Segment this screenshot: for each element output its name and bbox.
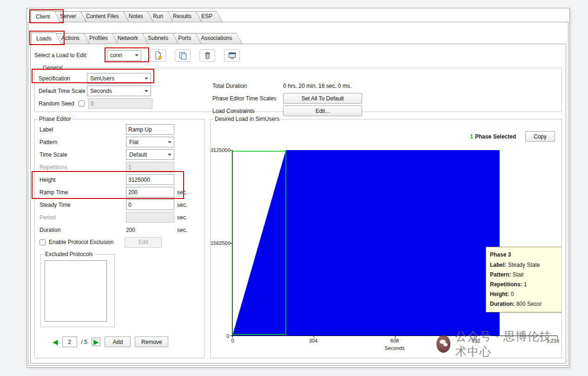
new-load-button[interactable] <box>150 49 166 62</box>
phase-selected-count: 1 <box>470 133 473 140</box>
avalanche-window: Client Server Content Files Notes Run Re… <box>26 8 570 368</box>
tab-ports-label: Ports <box>178 35 191 41</box>
total-duration-row: Total Duration 0 hrs. 20 min. 16 sec. 0 … <box>212 79 362 92</box>
watermark-text: 公众号 · 思博伦技术中心 <box>455 329 562 358</box>
time-scale-label: Default Time Scale <box>39 88 87 94</box>
load-select-value: conn <box>110 52 122 59</box>
tooltip-row: Label: Steady State <box>490 260 562 270</box>
specification-dropdown[interactable]: SimUsers <box>87 73 151 84</box>
desired-load-legend: Desired Load in SimUsers <box>213 116 281 122</box>
tooltip-title: Phase 3 <box>490 250 562 260</box>
steady-time-unit: sec. <box>177 202 187 208</box>
y-tick <box>230 243 232 244</box>
steady-time-row: Steady Time sec. <box>35 198 202 211</box>
protocol-exclusion-checkbox[interactable] <box>40 239 46 245</box>
load-select-dropdown[interactable]: conn <box>107 50 141 61</box>
x-axis-tick: 0 <box>231 338 234 343</box>
phase-time-scale-label: Time Scale <box>40 152 126 158</box>
tooltip-row: Repetitions: 1 <box>490 280 562 290</box>
height-label: Height <box>40 177 126 183</box>
phase-number-input[interactable] <box>62 336 77 347</box>
add-phase-button[interactable]: Add <box>105 336 131 347</box>
phase-selected-text: Phase Selected <box>475 133 516 140</box>
phase-selected-indicator: 1Phase Selected <box>470 133 516 140</box>
y-axis-tick-mid: 1562500 <box>211 240 229 246</box>
remove-phase-button[interactable]: Remove <box>135 336 168 347</box>
specification-value: SimUsers <box>90 75 114 82</box>
phase-label-row: Label <box>35 123 202 136</box>
duration-value: 200 <box>126 227 174 233</box>
tab-run-label: Run <box>153 13 163 20</box>
set-all-default-button[interactable]: Set All To Default <box>283 93 362 104</box>
phase-label-input[interactable] <box>126 124 174 135</box>
pattern-row: Pattern Flat <box>35 136 202 148</box>
phase-time-scale-row: Time Scale Default <box>35 148 202 161</box>
phase-pager: ◀ / 5 ▶ Add Remove <box>53 336 202 347</box>
delete-load-icon <box>203 51 212 60</box>
total-duration-label: Total Duration <box>212 83 283 89</box>
client-pane: Loads Actions Profiles Network Subnets P… <box>28 22 568 366</box>
phase-editor-legend: Phase Editor <box>38 116 73 122</box>
tab-associations[interactable]: Associations <box>196 33 242 44</box>
tab-content-files[interactable]: Content Files <box>81 11 129 22</box>
load-select-label: Select a Load to Edit: <box>34 52 104 59</box>
general-section: General Specification SimUsers Default T… <box>34 65 562 112</box>
loads-pane: Select a Load to Edit: conn <box>30 44 566 363</box>
copy-phase-button[interactable]: Copy <box>525 131 555 142</box>
repetitions-input <box>126 162 174 172</box>
copy-load-button[interactable] <box>175 49 191 62</box>
repetitions-label: Repetitions <box>40 164 126 171</box>
tab-loads[interactable]: Loads <box>31 33 62 45</box>
time-scale-value: Seconds <box>90 88 112 94</box>
tooltip-row: Pattern: Stair <box>490 270 562 280</box>
pattern-value: Flat <box>129 139 139 145</box>
phase-label-label: Label <box>40 126 126 133</box>
repetitions-row: Repetitions <box>35 161 202 173</box>
load-constraints-edit-button[interactable]: Edit... <box>283 106 362 116</box>
phase-editor-rows: Label Pattern Flat T <box>35 123 202 236</box>
phase-count-label: / 5 <box>81 339 87 345</box>
x-axis-tick: 608 <box>390 338 399 343</box>
pattern-dropdown[interactable]: Flat <box>126 137 174 147</box>
rename-load-icon <box>228 51 237 60</box>
tab-content-files-label: Content Files <box>86 13 119 20</box>
period-unit: sec. <box>177 214 187 221</box>
y-axis-tick-zero: 0 <box>211 333 229 339</box>
period-row: Period sec. <box>35 211 202 224</box>
y-axis-tick-max: 3125000 <box>211 147 229 153</box>
time-scale-dropdown[interactable]: Seconds <box>87 86 151 96</box>
period-label: Period <box>40 214 126 221</box>
load-constraints-label: Load Constraints <box>212 108 283 114</box>
desired-load-section: Desired Load in SimUsers 1Phase Selected… <box>210 116 562 358</box>
rename-load-button[interactable] <box>224 49 240 62</box>
y-tick <box>230 336 232 336</box>
secondary-tab-bar: Loads Actions Profiles Network Subnets P… <box>31 32 237 44</box>
phase-time-scale-dropdown[interactable]: Default <box>126 149 174 160</box>
tab-associations-label: Associations <box>201 35 232 41</box>
next-phase-button[interactable]: ▶ <box>92 337 101 346</box>
random-seed-checkbox[interactable] <box>79 100 85 106</box>
tab-notes-label: Notes <box>129 13 143 20</box>
watermark: 公众号 · 思博伦技术中心 <box>436 329 562 358</box>
excluded-protocols-legend: Excluded Protocols <box>44 251 94 257</box>
prev-phase-button[interactable]: ◀ <box>53 338 58 345</box>
copy-load-icon <box>178 51 187 60</box>
height-row: Height <box>35 173 202 186</box>
phase-time-scales-row: Phase Editor Time Scales Set All To Defa… <box>212 92 362 105</box>
y-tick <box>230 150 232 151</box>
tab-client[interactable]: Client <box>31 11 60 23</box>
tab-profiles-label: Profiles <box>89 35 108 41</box>
ramp-time-input[interactable] <box>126 187 174 198</box>
phase-tooltip: Phase 3 Label: Steady State Pattern: Sta… <box>486 247 562 312</box>
height-input[interactable] <box>126 174 174 185</box>
period-input <box>126 212 174 223</box>
x-axis-tick: 304 <box>309 338 317 343</box>
excluded-protocols-section: Excluded Protocols <box>40 251 115 327</box>
delete-load-button[interactable] <box>199 49 215 62</box>
phase-time-scales-label: Phase Editor Time Scales <box>212 95 283 102</box>
steady-time-input[interactable] <box>126 199 174 210</box>
phase-editor-section: Phase Editor Label Pattern Flat <box>34 116 205 358</box>
excluded-protocols-list[interactable] <box>45 260 107 322</box>
duration-label: Duration <box>40 227 126 233</box>
tab-network-label: Network <box>118 35 138 41</box>
